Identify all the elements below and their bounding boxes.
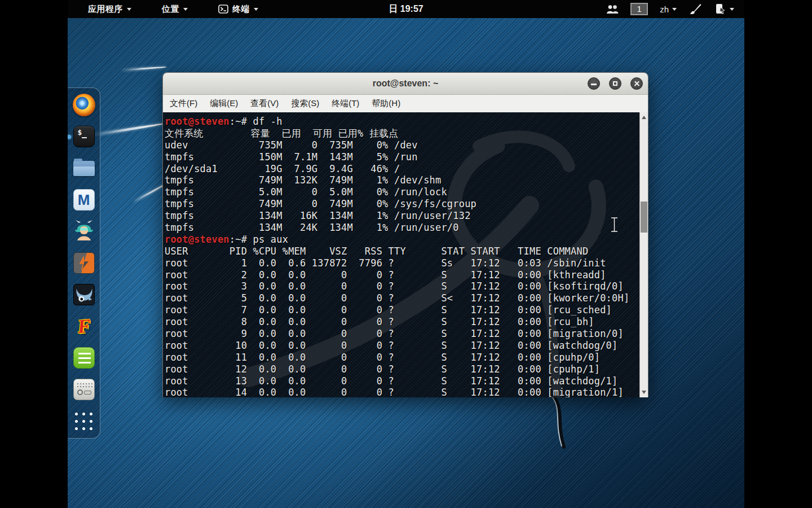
- terminal-text: :~# df -h: [230, 116, 283, 127]
- language-indicator[interactable]: zh: [660, 5, 677, 14]
- clipped-scrollback-line: ‾‾ ‾‾‾ ‾ ‾‾ ‾‾ ‾: [165, 112, 639, 116]
- armitage-icon: [73, 219, 95, 244]
- window-titlebar[interactable]: root@steven: ~: [163, 73, 648, 95]
- dock-item-beef[interactable]: [73, 283, 95, 306]
- terminal-line: root 8 0.0 0.0 0 0 ? S 17:12 0:00 [rcu_b…: [165, 316, 639, 328]
- show-applications-icon: [73, 410, 95, 432]
- dock-item-firefox[interactable]: [73, 94, 95, 116]
- terminal-line: tmpfs 150M 7.1M 143M 5% /run: [165, 151, 639, 163]
- wallpaper-streak: [92, 122, 165, 136]
- close-button[interactable]: [630, 77, 643, 90]
- maximize-button[interactable]: [609, 77, 621, 90]
- chevron-down-icon: [672, 8, 677, 11]
- terminal-line: root 7 0.0 0.0 0 0 ? S 17:12 0:00 [rcu_s…: [165, 304, 639, 316]
- panel-indicators: 1 zh: [606, 0, 734, 18]
- terminal-line: USER PID %CPU %MEM VSZ RSS TTY STAT STAR…: [165, 246, 639, 257]
- terminal-line: tmpfs 5.0M 0 5.0M 0% /run/lock: [165, 186, 639, 198]
- menu-item-帮助(H)[interactable]: 帮助(H): [365, 95, 407, 112]
- terminal-text: root 1 0.0 0.6 137872 7796 ? Ss 17:12 0:…: [165, 257, 606, 269]
- text-editor-icon: [73, 347, 95, 369]
- terminal-line: /dev/sda1 19G 7.9G 9.4G 46% /: [165, 163, 639, 175]
- dock-item-faraday[interactable]: F: [73, 315, 95, 338]
- terminal-menubar: 文件(F)编辑(E)查看(V)搜索(S)终端(T)帮助(H): [163, 95, 648, 112]
- terminal-window: root@steven: ~ 文件(F)编辑(E)查看(V)搜索(S)终端(T)…: [162, 72, 648, 397]
- terminal-text: udev 735M 0 735M 0% /dev: [165, 139, 418, 151]
- dock-item-show-apps[interactable]: [73, 410, 95, 432]
- menu-item-搜索(S)[interactable]: 搜索(S): [285, 95, 325, 112]
- prompt-user-host: root@steven: [165, 116, 230, 127]
- terminal-text: :~# ps aux: [230, 234, 288, 245]
- dock: $MF: [68, 87, 100, 439]
- terminal-text: root 12 0.0 0.0 0 0 ? S 17:12 0:00 [cpuh…: [165, 364, 600, 375]
- window-title: root@steven: ~: [163, 78, 648, 89]
- power-status[interactable]: [714, 3, 734, 15]
- scrollbar[interactable]: [639, 112, 648, 397]
- burpsuite-icon: [73, 252, 95, 274]
- users-icon[interactable]: [606, 5, 619, 14]
- faraday-icon: F: [72, 314, 96, 338]
- power-status-icon: [714, 3, 726, 15]
- terminal-line: root 13 0.0 0.0 0 0 ? S 17:12 0:00 [watc…: [165, 375, 639, 387]
- terminal-line: root@steven:~# ps aux: [165, 234, 639, 246]
- terminal-text: root 5 0.0 0.0 0 0 ? S< 17:12 0:00 [kwor…: [165, 292, 629, 304]
- terminal-text: root 11 0.0 0.0 0 0 ? S 17:12 0:00 [cpuh…: [165, 352, 600, 363]
- metasploit-icon: M: [73, 189, 95, 211]
- terminal-line: root@steven:~# df -h: [165, 116, 639, 128]
- terminal-line: root 3 0.0 0.0 0 0 ? S 17:12 0:00 [ksoft…: [165, 281, 639, 292]
- terminal-content[interactable]: ‾‾ ‾‾‾ ‾ ‾‾ ‾‾ ‾ root@steven:~# df -h文件系…: [163, 112, 648, 397]
- dock-item-metasploit[interactable]: M: [73, 189, 95, 211]
- menu-item-文件(F)[interactable]: 文件(F): [164, 95, 204, 112]
- terminal-text: /dev/sda1 19G 7.9G 9.4G 46% /: [165, 163, 400, 174]
- active-indicator-dot: [68, 135, 71, 139]
- terminal-output: ‾‾ ‾‾‾ ‾ ‾‾ ‾‾ ‾ root@steven:~# df -h文件系…: [165, 112, 639, 397]
- terminal-icon: $: [73, 126, 95, 147]
- terminal-text: root 13 0.0 0.0 0 0 ? S 17:12 0:00 [watc…: [165, 375, 617, 387]
- terminal-text: tmpfs 134M 16K 134M 1% /run/user/132: [165, 210, 471, 221]
- menu-item-编辑(E)[interactable]: 编辑(E): [204, 95, 244, 112]
- scroll-up-icon[interactable]: [642, 116, 646, 119]
- menu-item-查看(V)[interactable]: 查看(V): [244, 95, 285, 112]
- menu-item-终端(T)[interactable]: 终端(T): [325, 95, 365, 112]
- scroll-down-icon[interactable]: [642, 391, 646, 394]
- prompt-user-host: root@steven: [165, 234, 230, 245]
- terminal-text: tmpfs 134M 24K 134M 1% /run/user/0: [165, 222, 459, 233]
- firefox-icon: [73, 94, 95, 116]
- brush-icon[interactable]: [689, 2, 702, 16]
- terminal-text: root 3 0.0 0.0 0 0 ? S 17:12 0:00 [ksoft…: [165, 281, 624, 292]
- terminal-line: root 1 0.0 0.6 137872 7796 ? Ss 17:12 0:…: [165, 257, 639, 269]
- scrollbar-thumb[interactable]: [641, 202, 647, 233]
- dock-item-burpsuite[interactable]: [73, 252, 95, 274]
- terminal-text: root 10 0.0 0.0 0 0 ? S 17:12 0:00 [watc…: [165, 340, 617, 351]
- dock-item-text-editor[interactable]: [73, 347, 95, 369]
- dock-item-file-manager[interactable]: [73, 157, 95, 179]
- terminal-text: root 8 0.0 0.0 0 0 ? S 17:12 0:00 [rcu_b…: [165, 316, 594, 327]
- dock-item-media-tool[interactable]: [73, 378, 95, 401]
- terminal-line: root 2 0.0 0.0 0 0 ? S 17:12 0:00 [kthre…: [165, 269, 639, 281]
- desktop: 应用程序位置终端 日 19:57 1 zh: [68, 0, 744, 508]
- beef-bull-icon: [73, 284, 95, 305]
- terminal-line: 文件系统 容量 已用 可用 已用% 挂载点: [165, 128, 639, 139]
- mixer-icon: [73, 379, 95, 400]
- top-panel: 应用程序位置终端 日 19:57 1 zh: [68, 0, 744, 18]
- terminal-text: root 14 0.0 0.0 0 0 ? S 17:12 0:00 [migr…: [165, 387, 624, 397]
- terminal-line: tmpfs 134M 24K 134M 1% /run/user/0: [165, 222, 639, 234]
- terminal-line: root 14 0.0 0.0 0 0 ? S 17:12 0:00 [migr…: [165, 387, 639, 397]
- workspace-switcher[interactable]: 1: [630, 3, 648, 15]
- terminal-text: 文件系统 容量 已用 可用 已用% 挂载点: [165, 128, 399, 139]
- terminal-text: root 7 0.0 0.0 0 0 ? S 17:12 0:00 [rcu_s…: [165, 304, 612, 316]
- dock-item-armitage[interactable]: [73, 220, 95, 243]
- folder-icon: [73, 161, 95, 176]
- dock-item-terminal[interactable]: $: [73, 125, 95, 148]
- minimize-button[interactable]: [588, 77, 600, 90]
- terminal-line: tmpfs 134M 16K 134M 1% /run/user/132: [165, 210, 639, 222]
- terminal-text: tmpfs 5.0M 0 5.0M 0% /run/lock: [165, 186, 447, 198]
- minimize-icon: [591, 84, 597, 85]
- terminal-line: root 12 0.0 0.0 0 0 ? S 17:12 0:00 [cpuh…: [165, 364, 639, 375]
- wallpaper-streak: [122, 66, 167, 71]
- terminal-text: root 9 0.0 0.0 0 0 ? S 17:12 0:00 [migra…: [165, 328, 624, 339]
- terminal-line: udev 735M 0 735M 0% /dev: [165, 139, 639, 151]
- terminal-text: root 2 0.0 0.0 0 0 ? S 17:12 0:00 [kthre…: [165, 269, 606, 281]
- language-label: zh: [660, 5, 669, 14]
- terminal-text: USER PID %CPU %MEM VSZ RSS TTY STAT STAR…: [165, 246, 588, 257]
- terminal-line: root 11 0.0 0.0 0 0 ? S 17:12 0:00 [cpuh…: [165, 352, 639, 364]
